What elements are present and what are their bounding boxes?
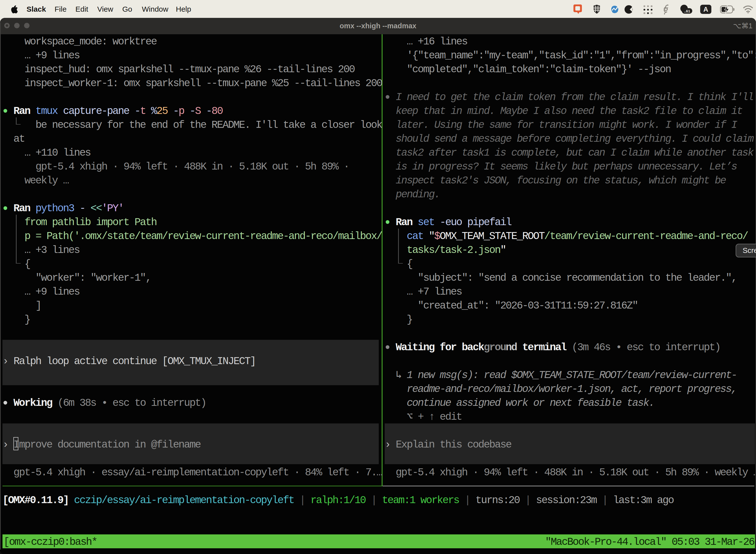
svg-text:..61: ..61 bbox=[684, 9, 690, 13]
